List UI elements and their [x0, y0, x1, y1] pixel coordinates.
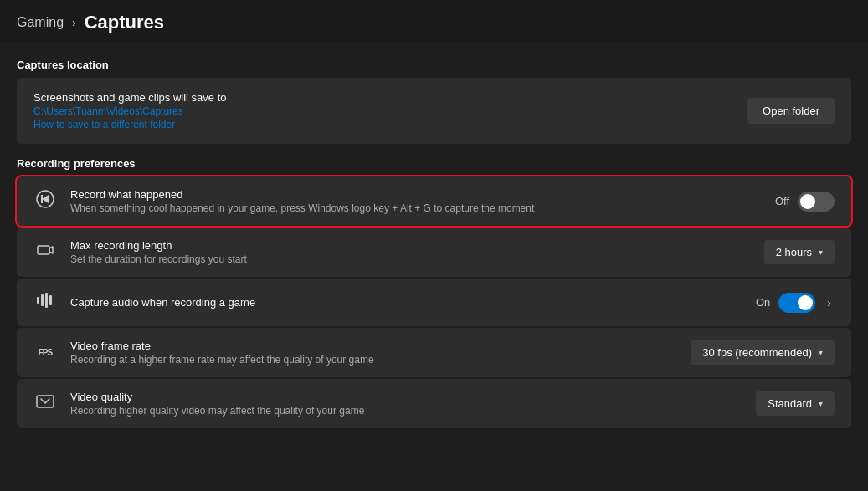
chevron-down-icon: ▾ [819, 248, 823, 257]
video-quality-title: Video quality [70, 391, 364, 403]
max-recording-control: 2 hours ▾ [764, 240, 835, 264]
video-quality-dropdown-value: Standard [768, 397, 812, 410]
capture-audio-toggle[interactable] [778, 293, 815, 313]
quality-chevron-down-icon: ▾ [819, 399, 823, 408]
page-title: Captures [85, 12, 164, 33]
record-what-happened-text: Record what happened When something cool… [70, 188, 534, 214]
video-quality-icon [33, 391, 57, 416]
captures-description: Screenshots and game clips will save to [33, 91, 227, 104]
max-recording-text: Max recording length Set the duration fo… [70, 239, 247, 265]
svg-rect-4 [41, 294, 44, 306]
max-recording-icon [33, 240, 57, 264]
capture-audio-text: Capture audio when recording a game [70, 296, 255, 309]
svg-rect-5 [45, 293, 48, 308]
capture-audio-card: Capture audio when recording a game On › [17, 279, 851, 326]
capture-audio-icon [33, 290, 57, 315]
capture-audio-control: On › [756, 293, 835, 313]
captures-location-card: Screenshots and game clips will save to … [17, 78, 851, 144]
svg-rect-2 [38, 246, 49, 254]
toggle-track-on [778, 293, 815, 313]
video-quality-dropdown[interactable]: Standard ▾ [756, 391, 835, 416]
video-frame-rate-card: FPS Video frame rate Recording at a high… [17, 328, 851, 377]
video-frame-rate-text: Video frame rate Recording at a higher f… [70, 340, 374, 366]
max-recording-dropdown[interactable]: 2 hours ▾ [764, 240, 835, 264]
video-quality-text: Video quality Recording higher quality v… [70, 391, 364, 417]
record-what-happened-card: Record what happened When something cool… [17, 176, 851, 226]
svg-rect-7 [37, 396, 54, 407]
max-recording-title: Max recording length [70, 239, 247, 252]
record-toggle-label: Off [775, 195, 789, 207]
open-folder-button[interactable]: Open folder [747, 98, 835, 124]
capture-audio-title: Capture audio when recording a game [70, 296, 255, 309]
breadcrumb-separator: › [72, 16, 76, 29]
toggle-thumb [800, 194, 815, 209]
framerate-chevron-down-icon: ▾ [819, 348, 823, 357]
video-frame-rate-dropdown-value: 30 fps (recommended) [702, 346, 812, 359]
pref-left-quality: Video quality Recording higher quality v… [33, 391, 364, 417]
pref-left-framerate: FPS Video frame rate Recording at a high… [33, 340, 374, 366]
pref-left-maxrecord: Max recording length Set the duration fo… [33, 239, 247, 265]
video-quality-card: Video quality Recording higher quality v… [17, 379, 851, 428]
recording-preferences-title: Recording preferences [17, 157, 851, 170]
capture-audio-toggle-label: On [756, 296, 770, 309]
toggle-track-off [798, 192, 835, 212]
capture-audio-expand-icon[interactable]: › [824, 293, 835, 313]
svg-rect-6 [49, 295, 52, 305]
captures-location-title: Captures location [17, 59, 851, 71]
video-quality-control: Standard ▾ [756, 391, 835, 416]
pref-left-audio: Capture audio when recording a game [33, 290, 255, 315]
max-recording-dropdown-value: 2 hours [776, 246, 812, 258]
video-frame-rate-subtitle: Recording at a higher frame rate may aff… [70, 354, 374, 366]
record-what-happened-control: Off [775, 192, 835, 212]
video-quality-subtitle: Recording higher quality video may affec… [70, 405, 364, 417]
video-frame-rate-control: 30 fps (recommended) ▾ [691, 340, 835, 365]
breadcrumb-parent[interactable]: Gaming [17, 15, 64, 30]
max-recording-length-card: Max recording length Set the duration fo… [17, 228, 851, 277]
record-what-happened-title: Record what happened [70, 188, 534, 201]
page-header: Gaming › Captures [0, 0, 868, 42]
record-what-happened-icon [33, 189, 57, 213]
captures-path: C:\Users\Tuanm\Videos\Captures [33, 105, 227, 117]
how-to-link[interactable]: How to save to a different folder [33, 119, 227, 130]
max-recording-subtitle: Set the duration for recordings you star… [70, 253, 247, 265]
video-frame-rate-title: Video frame rate [70, 340, 374, 352]
toggle-thumb-on [798, 295, 813, 310]
main-content: Captures location Screenshots and game c… [0, 42, 868, 447]
recording-preferences-section: Recording preferences Record what happen… [17, 157, 851, 428]
video-frame-rate-dropdown[interactable]: 30 fps (recommended) ▾ [691, 340, 835, 365]
pref-left-record: Record what happened When something cool… [33, 188, 534, 214]
video-frame-rate-icon: FPS [33, 348, 57, 357]
svg-rect-3 [37, 297, 39, 304]
captures-info: Screenshots and game clips will save to … [33, 91, 227, 130]
record-what-happened-subtitle: When something cool happened in your gam… [70, 202, 534, 214]
record-what-happened-toggle[interactable] [798, 192, 835, 212]
